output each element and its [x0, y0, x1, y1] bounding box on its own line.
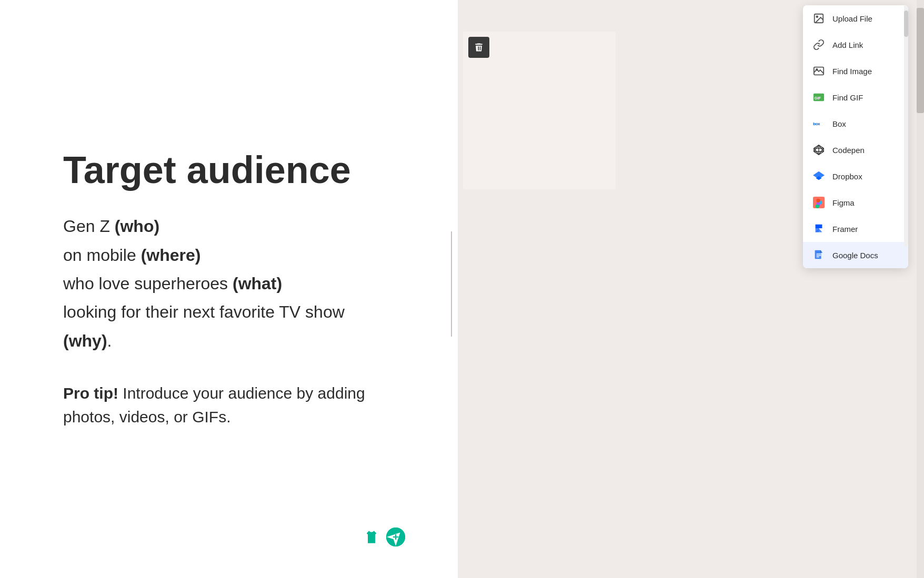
dropdown-scrollbar-thumb[interactable] [904, 11, 908, 37]
slide-title: Target audience [63, 149, 395, 191]
dropdown-item-google-docs[interactable]: Google Docs [803, 242, 908, 268]
svg-point-23 [816, 205, 819, 208]
add-link-label: Add Link [832, 40, 863, 49]
protip-bold: Pro tip! [63, 384, 118, 402]
box-icon: box [812, 117, 825, 130]
audience-line-1: Gen Z (who) [63, 212, 395, 240]
framer-label: Framer [832, 225, 858, 234]
find-image-icon [812, 65, 825, 77]
google-docs-label: Google Docs [832, 251, 878, 260]
box-label: Box [832, 119, 846, 128]
scrollbar-thumb[interactable] [917, 8, 924, 113]
audience-line4-bold: (why) [63, 331, 107, 350]
audience-line2-bold: (where) [141, 246, 201, 265]
trash-button[interactable] [468, 37, 489, 58]
svg-rect-26 [816, 253, 821, 254]
image-card [463, 32, 616, 189]
audience-line-3: who love superheroes (what) [63, 269, 395, 298]
svg-point-7 [816, 16, 818, 17]
dropbox-icon [812, 170, 825, 182]
dropdown-item-box[interactable]: box Box [803, 110, 908, 137]
slide-content-area: Target audience Gen Z (who) on mobile (w… [0, 0, 458, 578]
avatar-group [362, 528, 405, 546]
dropdown-item-dropbox[interactable]: Dropbox [803, 163, 908, 189]
audience-line-4: looking for their next favorite TV show … [63, 298, 395, 355]
dropdown-item-find-gif[interactable]: GIF Find GIF [803, 84, 908, 110]
dropdown-item-codepen[interactable]: Codepen [803, 137, 908, 163]
codepen-icon [812, 144, 825, 156]
find-gif-label: Find GIF [832, 93, 863, 102]
svg-point-9 [816, 69, 818, 70]
add-link-icon [812, 38, 825, 51]
dropdown-item-figma[interactable]: Figma [803, 189, 908, 216]
dropdown-item-framer[interactable]: Framer [803, 216, 908, 242]
panel-divider [451, 231, 452, 337]
audience-line-2: on mobile (where) [63, 241, 395, 269]
framer-icon [812, 222, 825, 235]
find-gif-icon: GIF [812, 91, 825, 104]
dropdown-item-find-image[interactable]: Find Image [803, 58, 908, 84]
google-docs-icon [812, 249, 825, 261]
right-panel: Upload File Add Link Find Image [458, 0, 924, 578]
dropdown-item-upload-file[interactable]: Upload File [803, 5, 908, 32]
audience-line1-bold: (who) [115, 217, 159, 236]
svg-rect-27 [816, 255, 821, 256]
figma-label: Figma [832, 198, 855, 207]
audience-line1-normal: Gen Z [63, 217, 115, 236]
codepen-label: Codepen [832, 146, 865, 155]
audience-line3-bold: (what) [233, 274, 282, 293]
upload-file-icon [812, 12, 825, 25]
dropdown-menu: Upload File Add Link Find Image [803, 5, 908, 268]
figma-icon [812, 196, 825, 209]
audience-line4-normal: looking for their next favorite TV show [63, 302, 345, 321]
avatar-circle-icon [386, 528, 405, 546]
audience-line4-end: . [107, 331, 112, 350]
dropdown-item-add-link[interactable]: Add Link [803, 32, 908, 58]
avatar-shirt-icon [362, 528, 381, 546]
svg-text:box: box [813, 121, 820, 126]
audience-line3-normal: who love superheroes [63, 274, 233, 293]
svg-text:GIF: GIF [815, 96, 821, 100]
dropbox-label: Dropbox [832, 172, 862, 181]
pro-tip-text: Pro tip! Introduce your audience by addi… [63, 381, 395, 429]
scrollbar-track[interactable] [917, 0, 924, 578]
audience-line2-normal: on mobile [63, 246, 141, 265]
upload-file-label: Upload File [832, 14, 872, 23]
audience-text: Gen Z (who) on mobile (where) who love s… [63, 212, 395, 355]
find-image-label: Find Image [832, 67, 872, 76]
svg-rect-28 [816, 257, 819, 257]
dropdown-scrollbar[interactable] [904, 5, 908, 247]
